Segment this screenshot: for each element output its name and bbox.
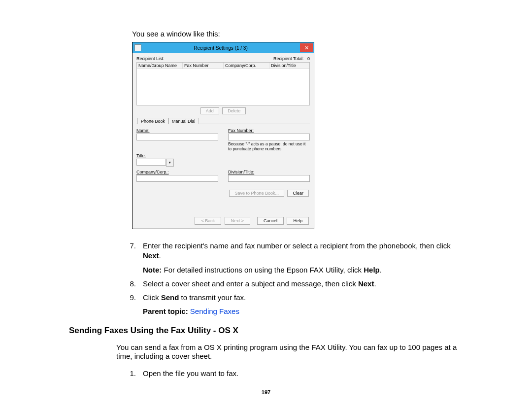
division-field[interactable]	[228, 175, 310, 182]
company-field[interactable]	[136, 175, 218, 182]
division-label: Division/Title:	[228, 170, 310, 174]
step-7: 7. Enter the recipient's name and fax nu…	[122, 241, 463, 261]
wizard-buttons: < Back Next > Cancel Help	[136, 217, 310, 225]
clear-button[interactable]: Clear	[287, 190, 309, 197]
tab-phonebook[interactable]: Phone Book	[137, 118, 168, 124]
step-9: 9. Click Send to transmit your fax.	[122, 293, 463, 303]
intro-text: You see a window like this:	[132, 30, 463, 38]
parent-topic: Parent topic: Sending Faxes	[143, 307, 463, 316]
title-label: Title:	[136, 153, 218, 158]
col-division[interactable]: Division/Title	[269, 63, 309, 68]
close-icon[interactable]: ✕	[300, 43, 313, 52]
note: Note: For detailed instructions on using…	[143, 265, 463, 275]
recipient-list-label: Recipient List:	[136, 56, 165, 61]
fax-hint: Because "-" acts as a pause, do not use …	[228, 141, 310, 151]
company-label: Company/Corp.:	[136, 170, 218, 174]
section-heading: Sending Faxes Using the Fax Utility - OS…	[69, 326, 463, 336]
cancel-button[interactable]: Cancel	[257, 217, 284, 225]
help-button[interactable]: Help	[287, 217, 309, 225]
add-button[interactable]: Add	[200, 107, 219, 114]
name-field[interactable]	[136, 134, 218, 140]
list-header: Name/Group Name Fax Number Company/Corp.…	[137, 63, 309, 69]
back-button[interactable]: < Back	[195, 217, 221, 225]
recipient-list[interactable]: Name/Group Name Fax Number Company/Corp.…	[136, 62, 310, 105]
parent-topic-link[interactable]: Sending Faxes	[190, 307, 239, 315]
col-name[interactable]: Name/Group Name	[137, 63, 183, 68]
col-company[interactable]: Company/Corp.	[224, 63, 269, 68]
chevron-down-icon[interactable]: ▾	[166, 159, 174, 167]
app-icon	[134, 44, 141, 51]
step-8: 8. Select a cover sheet and enter a subj…	[122, 279, 463, 289]
titlebar: Recipient Settings (1 / 3) ✕	[133, 42, 314, 53]
save-phonebook-button[interactable]: Save to Phone Book...	[229, 190, 284, 197]
name-label: Name:	[136, 128, 218, 133]
delete-button[interactable]: Delete	[222, 107, 246, 114]
page-number: 197	[0, 389, 532, 395]
next-button[interactable]: Next >	[225, 217, 250, 225]
fax-label: Fax Number:	[228, 128, 310, 133]
title-field[interactable]	[136, 159, 166, 166]
tabs: Phone BookManual Dial	[136, 117, 310, 124]
tab-manual-dial[interactable]: Manual Dial	[168, 118, 199, 124]
col-fax[interactable]: Fax Number	[183, 63, 224, 68]
recipient-total: Recipient Total: 0	[273, 56, 310, 61]
section-para: You can send a fax from a OS X printing …	[116, 343, 463, 362]
recipient-settings-dialog: Recipient Settings (1 / 3) ✕ Recipient L…	[132, 42, 314, 229]
step-1-osx: 1. Open the file you want to fax.	[122, 369, 463, 378]
dialog-title: Recipient Settings (1 / 3)	[141, 45, 300, 51]
fax-field[interactable]	[228, 134, 310, 140]
